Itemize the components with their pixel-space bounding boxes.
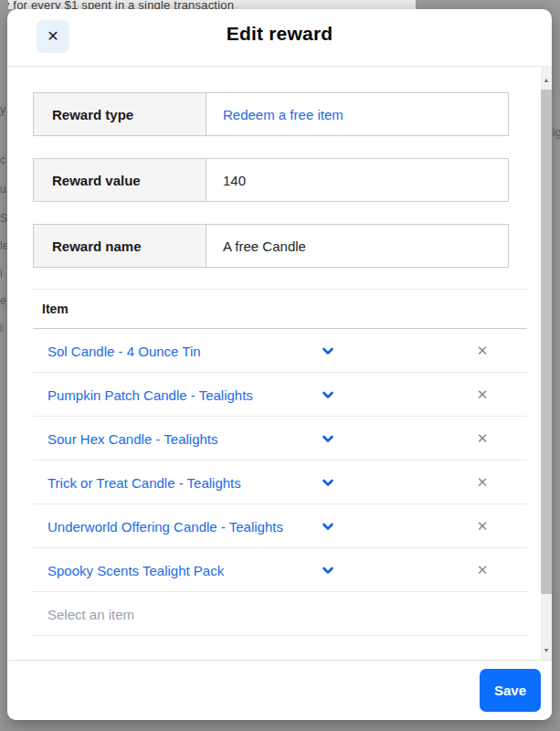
- dialog-scroll-area[interactable]: Reward type Redeem a free item Reward va…: [7, 66, 552, 660]
- scroll-down-icon[interactable]: ▼: [541, 643, 552, 656]
- reward-value-input[interactable]: 140: [206, 159, 508, 201]
- save-button[interactable]: Save: [480, 669, 541, 712]
- remove-item-icon[interactable]: ✕: [473, 386, 491, 404]
- remove-item-icon[interactable]: ✕: [473, 561, 491, 579]
- reward-name-row: Reward name A free Candle: [33, 224, 509, 268]
- items-section: Item Sol Candle - 4 Ounce Tin ✕ Pumpkin …: [33, 289, 527, 636]
- background-page-text: ty for every $1 spent in a single transa…: [0, 0, 416, 9]
- reward-type-row: Reward type Redeem a free item: [33, 92, 509, 136]
- item-select-sour-hex[interactable]: Sour Hex Candle - Tealights: [48, 430, 218, 446]
- backdrop-top-strip: ty for every $1 spent in a single transa…: [0, 0, 560, 9]
- backdrop-bottom-strip: [0, 720, 560, 731]
- dialog-footer: Save: [7, 660, 552, 720]
- dialog-header: ✕ Edit reward: [7, 9, 552, 66]
- reward-type-label: Reward type: [34, 93, 206, 135]
- remove-item-icon[interactable]: ✕: [473, 342, 491, 360]
- background-text-fragment: ig: [553, 126, 560, 139]
- chevron-down-icon[interactable]: [322, 388, 334, 401]
- chevron-down-icon[interactable]: [322, 432, 334, 445]
- background-text-fragment: i: [0, 322, 3, 334]
- edit-reward-dialog: ✕ Edit reward Reward type Redeem a free …: [7, 9, 552, 720]
- remove-item-icon[interactable]: ✕: [473, 517, 491, 535]
- chevron-down-icon[interactable]: [322, 564, 334, 577]
- remove-item-icon[interactable]: ✕: [473, 473, 491, 492]
- background-text-fragment: u: [0, 183, 6, 196]
- reward-type-value[interactable]: Redeem a free item: [206, 93, 508, 135]
- scroll-up-icon[interactable]: ▲: [541, 73, 552, 86]
- item-select-trick-or-treat[interactable]: Trick or Treat Candle - Tealights: [48, 474, 241, 490]
- item-row: Underworld Offering Candle - Tealights ✕: [33, 504, 527, 548]
- reward-name-input[interactable]: A free Candle: [206, 225, 508, 267]
- background-text-fragment: S: [0, 212, 7, 225]
- item-row: Sol Candle - 4 Ounce Tin ✕: [33, 329, 527, 373]
- chevron-down-icon[interactable]: [322, 344, 334, 357]
- items-column-header: Item: [33, 290, 527, 329]
- item-select-spooky-scents[interactable]: Spooky Scents Tealight Pack: [48, 562, 224, 577]
- chevron-down-icon[interactable]: [322, 520, 334, 533]
- backdrop-right-strip: ig: [552, 0, 560, 731]
- reward-value-label: Reward value: [34, 159, 206, 201]
- item-select-sol-candle[interactable]: Sol Candle - 4 Ounce Tin: [48, 343, 201, 358]
- item-row: Sour Hex Candle - Tealights ✕: [33, 417, 527, 461]
- item-placeholder-row[interactable]: Select an item: [33, 592, 527, 636]
- scrollbar-thumb[interactable]: [541, 90, 552, 594]
- vertical-scrollbar[interactable]: ▲ ▼: [541, 66, 552, 660]
- background-text-fragment: y: [0, 103, 5, 116]
- item-row: Pumpkin Patch Candle - Tealights ✕: [33, 373, 527, 417]
- background-text-fragment: e: [0, 294, 6, 307]
- item-select-underworld-offering[interactable]: Underworld Offering Candle - Tealights: [48, 518, 283, 534]
- chevron-down-icon[interactable]: [322, 476, 334, 489]
- reward-value-row: Reward value 140: [33, 158, 509, 202]
- background-text-fragment: c: [0, 154, 5, 166]
- select-item-placeholder: Select an item: [48, 606, 134, 621]
- item-row: Spooky Scents Tealight Pack ✕: [33, 548, 527, 592]
- background-text-fragment: i: [0, 267, 3, 280]
- reward-name-label: Reward name: [34, 225, 206, 267]
- remove-item-icon[interactable]: ✕: [473, 429, 491, 448]
- item-select-pumpkin-patch[interactable]: Pumpkin Patch Candle - Tealights: [48, 387, 253, 402]
- dialog-title: Edit reward: [7, 23, 552, 45]
- item-row: Trick or Treat Candle - Tealights ✕: [33, 461, 527, 504]
